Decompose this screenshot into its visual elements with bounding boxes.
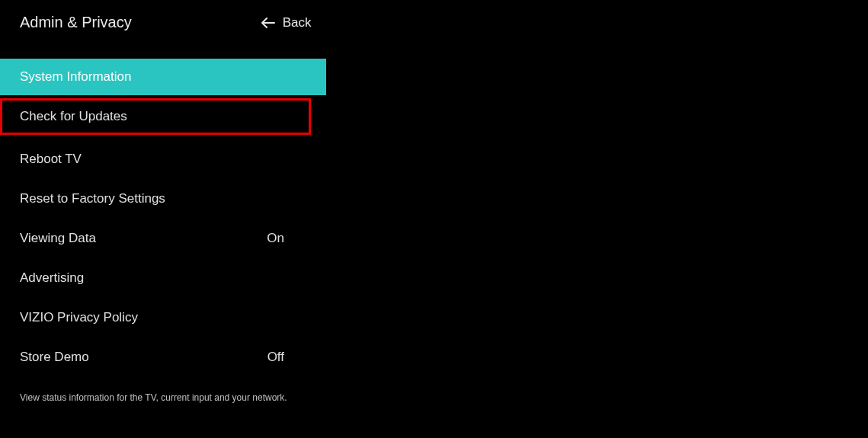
menu-item-label: Check for Updates	[20, 109, 127, 124]
menu-item-label: Advertising	[20, 270, 84, 286]
menu-item-label: System Information	[20, 69, 131, 85]
menu-item-label: VIZIO Privacy Policy	[20, 310, 138, 325]
menu-item-value: Off	[267, 350, 326, 365]
menu-item-check-for-updates[interactable]: Check for Updates	[0, 98, 311, 135]
page-title: Admin & Privacy	[20, 14, 132, 31]
back-arrow-icon	[261, 16, 275, 30]
menu: System Information Check for Updates Reb…	[0, 59, 868, 376]
menu-item-label: Viewing Data	[20, 231, 96, 246]
menu-item-label: Reset to Factory Settings	[20, 191, 165, 206]
menu-item-store-demo[interactable]: Store Demo Off	[0, 339, 326, 376]
menu-item-reboot-tv[interactable]: Reboot TV	[0, 141, 326, 177]
header: Admin & Privacy Back	[0, 0, 868, 45]
menu-item-advertising[interactable]: Advertising	[0, 260, 326, 296]
menu-item-system-information[interactable]: System Information	[0, 59, 326, 95]
menu-item-label: Reboot TV	[20, 152, 82, 167]
back-label: Back	[283, 15, 312, 30]
menu-item-reset-to-factory[interactable]: Reset to Factory Settings	[0, 181, 326, 217]
menu-item-privacy-policy[interactable]: VIZIO Privacy Policy	[0, 299, 326, 336]
menu-item-value: On	[267, 231, 326, 246]
back-button[interactable]: Back	[261, 15, 312, 30]
menu-item-label: Store Demo	[20, 350, 89, 365]
menu-item-viewing-data[interactable]: Viewing Data On	[0, 220, 326, 257]
description-text: View status information for the TV, curr…	[0, 392, 868, 403]
